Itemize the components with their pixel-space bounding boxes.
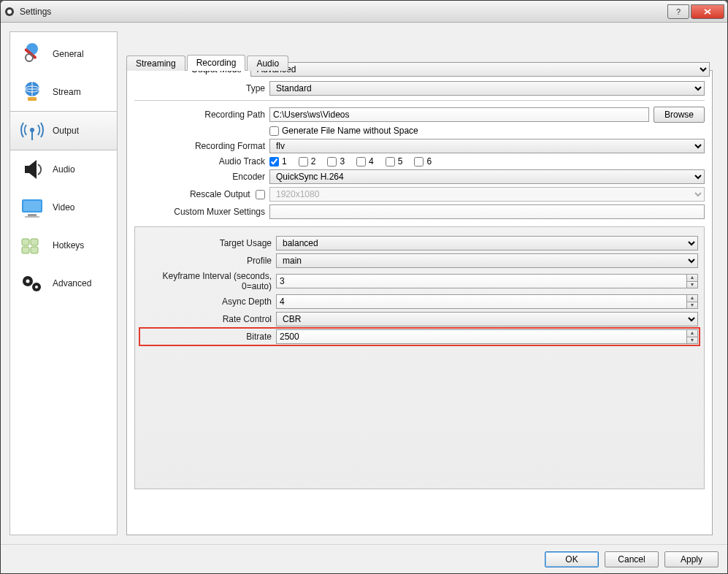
- target-usage-select[interactable]: balanced: [276, 236, 698, 250]
- sidebar-item-label: Video: [53, 202, 74, 213]
- svg-rect-11: [23, 201, 41, 211]
- rescale-select: 1920x1080: [269, 187, 705, 202]
- asyncdepth-field[interactable]: ▲▼: [276, 294, 698, 309]
- sidebar-item-label: Stream: [53, 87, 81, 97]
- body: General Stream Output Audio Video Hotkey…: [1, 23, 727, 544]
- keyframe-row: Keyframe Interval (seconds, 0=auto) ▲▼: [141, 271, 698, 291]
- bitrate-row: Bitrate ▲▼: [141, 329, 698, 344]
- track-1-checkbox[interactable]: 1: [269, 156, 287, 167]
- spin-down-icon[interactable]: ▼: [686, 281, 698, 289]
- svg-rect-12: [28, 214, 37, 216]
- muxer-label: Custom Muxer Settings: [134, 207, 269, 217]
- tab-streaming[interactable]: Streaming: [126, 56, 185, 71]
- nospace-row: Generate File Name without Space: [134, 126, 705, 136]
- sidebar-item-label: Audio: [53, 164, 75, 175]
- sidebar-item-label: General: [53, 49, 84, 59]
- asyncdepth-row: Async Depth ▲▼: [141, 294, 698, 309]
- type-row: Type Standard: [134, 81, 705, 96]
- window-buttons: ?: [666, 4, 724, 19]
- muxer-row: Custom Muxer Settings: [134, 204, 705, 219]
- monitor-icon: [18, 194, 47, 221]
- profile-label: Profile: [141, 256, 276, 266]
- recording-panel: Type Standard Recording Path Browse Gene…: [126, 71, 713, 535]
- cancel-button[interactable]: Cancel: [605, 551, 659, 567]
- spin-down-icon[interactable]: ▼: [686, 337, 698, 345]
- sidebar-item-video[interactable]: Video: [10, 188, 117, 226]
- encoder-select[interactable]: QuickSync H.264: [269, 169, 705, 184]
- ok-button[interactable]: OK: [545, 551, 599, 567]
- profile-select[interactable]: main: [276, 253, 698, 268]
- audiotrack-checks: 1 2 3 4 5 6: [269, 156, 705, 167]
- apply-button[interactable]: Apply: [664, 551, 719, 567]
- target-usage-row: Target Usage balanced: [141, 236, 698, 250]
- keyboard-icon: [18, 232, 47, 259]
- path-row: Recording Path Browse: [134, 107, 705, 123]
- encoder-row: Encoder QuickSync H.264: [134, 169, 705, 184]
- spin-up-icon[interactable]: ▲: [686, 294, 698, 302]
- rescale-row: Rescale Output 1920x1080: [134, 187, 705, 202]
- tab-recording[interactable]: Recording: [187, 55, 246, 71]
- rescale-checkbox[interactable]: [256, 190, 265, 199]
- rescale-label: Rescale Output: [134, 189, 269, 199]
- track-3-checkbox[interactable]: 3: [327, 156, 345, 167]
- sidebar-item-label: Output: [53, 126, 79, 136]
- window-title: Settings: [20, 7, 666, 17]
- svg-rect-14: [22, 239, 29, 245]
- svg-point-1: [7, 9, 12, 14]
- encoder-subpanel: Target Usage balanced Profile main Keyfr…: [134, 226, 705, 489]
- svg-point-4: [26, 54, 33, 61]
- spin-down-icon[interactable]: ▼: [686, 302, 698, 310]
- format-select[interactable]: flv: [269, 139, 705, 153]
- output-mode-select[interactable]: Advanced: [250, 62, 710, 77]
- ratecontrol-select[interactable]: CBR: [276, 312, 698, 326]
- browse-button[interactable]: Browse: [654, 107, 705, 123]
- sidebar: General Stream Output Audio Video Hotkey…: [9, 31, 118, 535]
- close-button[interactable]: [691, 4, 724, 19]
- tab-audio[interactable]: Audio: [247, 56, 288, 71]
- format-row: Recording Format flv: [134, 139, 705, 153]
- sidebar-item-label: Hotkeys: [53, 240, 84, 250]
- settings-window: Settings ? General Stream Output: [0, 0, 728, 574]
- type-select[interactable]: Standard: [269, 81, 705, 96]
- profile-row: Profile main: [141, 253, 698, 268]
- track-4-checkbox[interactable]: 4: [356, 156, 374, 167]
- sidebar-item-label: Advanced: [53, 278, 91, 288]
- divider: [134, 100, 705, 101]
- ratecontrol-label: Rate Control: [141, 314, 276, 324]
- nospace-checkbox[interactable]: Generate File Name without Space: [269, 126, 418, 136]
- track-6-checkbox[interactable]: 6: [414, 156, 432, 167]
- sidebar-item-stream[interactable]: Stream: [10, 73, 117, 111]
- track-2-checkbox[interactable]: 2: [299, 156, 316, 167]
- sidebar-item-advanced[interactable]: Advanced: [10, 264, 117, 302]
- app-icon: [4, 6, 15, 18]
- wrench-icon: [18, 41, 47, 67]
- muxer-input[interactable]: [269, 204, 705, 219]
- spin-up-icon[interactable]: ▲: [686, 329, 698, 337]
- sidebar-item-audio[interactable]: Audio: [10, 150, 117, 188]
- help-button[interactable]: ?: [667, 4, 689, 19]
- sidebar-item-hotkeys[interactable]: Hotkeys: [10, 226, 117, 264]
- keyframe-field[interactable]: ▲▼: [276, 274, 698, 288]
- path-label: Recording Path: [134, 110, 269, 120]
- svg-point-21: [35, 286, 38, 288]
- bitrate-field[interactable]: ▲▼: [276, 329, 698, 344]
- track-5-checkbox[interactable]: 5: [386, 156, 403, 167]
- svg-rect-13: [25, 216, 39, 218]
- ratecontrol-row: Rate Control CBR: [141, 312, 698, 326]
- audiotrack-label: Audio Track: [134, 156, 269, 167]
- asyncdepth-label: Async Depth: [141, 296, 276, 307]
- sidebar-item-general[interactable]: General: [10, 35, 117, 73]
- svg-rect-17: [31, 247, 38, 253]
- sidebar-item-output[interactable]: Output: [10, 111, 117, 150]
- svg-rect-16: [22, 247, 29, 253]
- path-input[interactable]: [269, 107, 649, 122]
- speaker-icon: [18, 156, 47, 183]
- gears-icon: [18, 270, 47, 296]
- antenna-icon: [18, 118, 47, 144]
- format-label: Recording Format: [134, 141, 269, 151]
- bitrate-label: Bitrate: [141, 332, 276, 342]
- spin-up-icon[interactable]: ▲: [686, 274, 698, 281]
- svg-rect-15: [31, 239, 38, 245]
- footer: OK Cancel Apply: [1, 544, 727, 573]
- svg-point-20: [26, 280, 30, 283]
